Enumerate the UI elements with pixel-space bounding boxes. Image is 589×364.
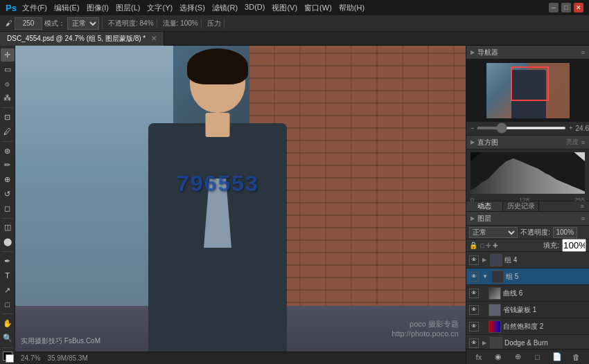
- lasso-tool[interactable]: ⌾: [1, 78, 15, 91]
- layer-mask1-name: 省钱蒙板 1: [503, 305, 586, 315]
- history-options-icon[interactable]: ≡: [575, 201, 589, 211]
- layer-eye-sat2[interactable]: 👁: [469, 322, 479, 331]
- eraser-tool[interactable]: ◻: [1, 202, 15, 215]
- right-panels: ▶ 导航器 ≡ − + 24.66%: [466, 46, 589, 364]
- zoom-in-icon[interactable]: +: [569, 125, 572, 131]
- add-layer-style-button[interactable]: fx: [473, 352, 484, 363]
- navigator-options-icon[interactable]: ≡: [581, 49, 585, 56]
- layer-curve6[interactable]: 👁 曲线 6: [466, 285, 589, 302]
- marquee-tool[interactable]: ▭: [1, 63, 15, 76]
- layer-mask1[interactable]: 👁 省钱蒙板 1: [466, 302, 589, 318]
- brush-tool-group: 🖌 模式： 正常: [3, 17, 103, 30]
- navigator-expand-icon: ▶: [471, 49, 475, 55]
- tab-actions[interactable]: 动态: [466, 201, 503, 211]
- navigator-thumbnail-area: [466, 60, 589, 122]
- canvas-container[interactable]: 796553 实用摄影技巧 FsBus.CoM poco 摄影专题 http:/…: [15, 46, 466, 352]
- blend-mode-select[interactable]: 正常: [469, 227, 518, 238]
- add-mask-button[interactable]: ◉: [493, 352, 504, 363]
- opacity-value-input[interactable]: [553, 227, 577, 238]
- menu-edit[interactable]: 编辑(E): [54, 3, 80, 13]
- maximize-button[interactable]: □: [561, 3, 571, 12]
- spot-heal-tool[interactable]: ⊛: [1, 145, 15, 158]
- zoom-out-icon[interactable]: −: [471, 125, 474, 131]
- menu-help[interactable]: 帮助(H): [339, 3, 364, 13]
- layer-eye-mask1[interactable]: 👁: [469, 305, 479, 315]
- poco-label: poco 摄影专题: [392, 319, 459, 329]
- sat2-thumb: [489, 320, 501, 333]
- histogram-header[interactable]: ▶ 直方图 亮度 ≡: [466, 136, 589, 149]
- zoom-slider[interactable]: [477, 127, 566, 129]
- navigator-thumbnail: [486, 63, 570, 118]
- tool-divider-1: [2, 107, 13, 108]
- window-controls: ─ □ ✕: [549, 3, 583, 12]
- layer-eye-curve6[interactable]: 👁: [469, 289, 479, 298]
- layer-saturation2[interactable]: 👁 自然饱和度 2: [466, 318, 589, 335]
- create-group-button[interactable]: □: [532, 352, 543, 363]
- brush-tool[interactable]: ✏: [1, 158, 15, 172]
- layers-blend-options: 正常 不透明度:: [466, 226, 589, 239]
- hand-tool[interactable]: ✋: [1, 317, 15, 330]
- active-document-tab[interactable]: DSC_4554.psd @ 24.7% (组 5, 图层蒙版/8) * ✕: [0, 32, 164, 46]
- navigator-header[interactable]: ▶ 导航器 ≡: [466, 46, 589, 60]
- tool-divider-4: [2, 251, 13, 252]
- menu-file[interactable]: 文件(F): [22, 3, 47, 13]
- tool-divider-3: [2, 218, 13, 219]
- menu-window[interactable]: 窗口(W): [304, 3, 332, 13]
- group5-expand-icon[interactable]: ▼: [482, 273, 488, 280]
- delete-layer-button[interactable]: 🗑: [571, 352, 582, 363]
- brush-size-input[interactable]: [15, 17, 42, 30]
- clone-stamp-tool[interactable]: ⊕: [1, 173, 15, 186]
- close-button[interactable]: ✕: [574, 3, 583, 12]
- tab-history-label: 历史记录: [507, 201, 535, 211]
- layer-group4[interactable]: 👁 ▶ 组 4: [466, 252, 589, 269]
- layers-panel-header[interactable]: ▶ 图层 ≡: [466, 212, 589, 226]
- tool-divider-2: [2, 141, 13, 142]
- menu-text[interactable]: 文字(Y): [147, 3, 173, 13]
- menu-image[interactable]: 图像(I): [87, 3, 109, 13]
- menu-3d[interactable]: 3D(D): [245, 3, 265, 13]
- background-color[interactable]: [6, 354, 14, 363]
- foreground-color[interactable]: [3, 352, 12, 361]
- db-expand-icon[interactable]: ▶: [482, 340, 486, 346]
- histogram-options-icon[interactable]: ≡: [581, 139, 585, 146]
- tab-empty: [539, 201, 575, 211]
- create-layer-button[interactable]: 📄: [552, 352, 563, 363]
- layer-eye-group5[interactable]: 👁: [469, 272, 479, 282]
- minimize-button[interactable]: ─: [549, 3, 559, 12]
- tab-history[interactable]: 历史记录: [503, 201, 540, 211]
- move-tool[interactable]: ✛: [1, 48, 15, 62]
- menu-bar[interactable]: 文件(F) 编辑(E) 图像(I) 图层(L) 文字(Y) 选择(S) 滤镜(R…: [22, 3, 364, 13]
- eyedropper-tool[interactable]: 🖊: [1, 125, 15, 138]
- tab-close-icon[interactable]: ✕: [151, 35, 157, 42]
- svg-marker-0: [471, 158, 585, 194]
- menu-view[interactable]: 视图(V): [272, 3, 297, 13]
- pen-tool[interactable]: ✒: [1, 255, 15, 268]
- gradient-tool[interactable]: ◫: [1, 221, 15, 235]
- text-tool[interactable]: T: [1, 269, 15, 282]
- flow-group: 流量: 100%: [160, 19, 202, 28]
- crop-tool[interactable]: ⊡: [1, 111, 15, 124]
- create-fill-adjustment-button[interactable]: ⊕: [512, 352, 523, 363]
- histogram-panel: ▶ 直方图 亮度 ≡: [466, 136, 589, 201]
- layer-eye-db[interactable]: 👁: [469, 338, 479, 348]
- arms: [157, 251, 279, 269]
- doc-size: 35.9M/85.3M: [47, 354, 87, 362]
- layers-options-icon[interactable]: ≡: [581, 215, 585, 222]
- path-select-tool[interactable]: ↗: [1, 284, 15, 297]
- dodge-tool[interactable]: ⬤: [1, 235, 15, 248]
- menu-select[interactable]: 选择(S): [179, 3, 205, 13]
- menu-filter[interactable]: 滤镜(R): [212, 3, 238, 13]
- group4-expand-icon[interactable]: ▶: [482, 257, 486, 263]
- shape-tool[interactable]: □: [1, 298, 15, 311]
- layer-eye-group4[interactable]: 👁: [469, 255, 479, 265]
- fill-value-input[interactable]: [562, 239, 586, 252]
- brush-mode-select[interactable]: 正常: [67, 17, 99, 30]
- layer-group5-name: 组 5: [506, 272, 586, 282]
- mask1-thumb: [489, 304, 501, 316]
- zoom-tool[interactable]: 🔍: [1, 331, 15, 345]
- history-brush-tool[interactable]: ↺: [1, 188, 15, 201]
- magic-wand-tool[interactable]: ⁂: [1, 91, 15, 104]
- menu-layer[interactable]: 图层(L): [116, 3, 140, 13]
- layer-group-dodge-burn[interactable]: 👁 ▶ Dodge & Burn: [466, 335, 589, 349]
- layer-group5[interactable]: 👁 ▼ 组 5: [466, 269, 589, 285]
